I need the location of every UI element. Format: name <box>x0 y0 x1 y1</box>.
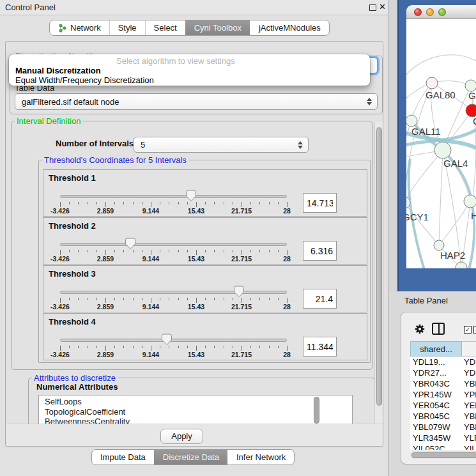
stepper-down-icon[interactable] <box>298 146 303 149</box>
tab-cyni-toolbox[interactable]: Cyni Toolbox <box>185 20 250 35</box>
major-tick <box>105 202 106 207</box>
table-row[interactable]: YIL052CYIL0 <box>410 443 476 450</box>
algorithm-option[interactable]: Manual Discretization <box>10 66 369 75</box>
threshold-value-field[interactable] <box>303 193 337 213</box>
slider-thumb-glyph <box>125 238 136 250</box>
network-window-titlebar[interactable] <box>406 5 476 19</box>
split-view-icon[interactable] <box>432 323 445 335</box>
table-row[interactable]: YER054CYER0 <box>410 400 476 411</box>
slider-track[interactable] <box>60 195 287 198</box>
threshold-value-field[interactable] <box>303 241 337 261</box>
close-icon[interactable]: ✕ <box>379 2 386 12</box>
network-node-label: GAL11 <box>411 126 441 137</box>
minimize-traffic-light[interactable] <box>426 8 434 16</box>
column-header-shared[interactable]: shared... <box>410 341 462 357</box>
float-window-icon[interactable] <box>369 4 376 11</box>
stepper-up-icon[interactable] <box>367 98 372 101</box>
minor-tick <box>233 202 233 204</box>
slider-track[interactable] <box>60 291 287 294</box>
tab-impute-data[interactable]: Impute Data <box>92 450 154 464</box>
tab-label: Network <box>70 23 101 33</box>
panel-scrollbar-thumb[interactable] <box>376 127 382 406</box>
listbox-scrollbar[interactable] <box>314 397 319 424</box>
stepper-up-icon[interactable] <box>298 141 303 144</box>
network-node-c[interactable] <box>466 104 476 117</box>
tab-style[interactable]: Style <box>109 20 145 35</box>
table-row[interactable]: YBR045CYBR0 <box>410 411 476 422</box>
cell-shared-name: YDR27... <box>410 367 462 378</box>
threshold-panel: Threshold 3-3.4262.8599.14415.4321.71528 <box>43 265 367 312</box>
table-row[interactable]: YBR043CYBR0 <box>410 378 476 389</box>
network-canvas[interactable]: GAL80GACGAL11GAL4GCY1HHAP2 <box>406 19 476 268</box>
tick-label: 28 <box>272 207 302 215</box>
table-hscrollbar[interactable] <box>410 451 476 459</box>
slider-thumb[interactable] <box>161 334 173 348</box>
minor-tick <box>69 250 70 252</box>
network-node-gal4[interactable] <box>434 142 451 158</box>
slider-thumb[interactable] <box>185 190 197 204</box>
major-tick <box>105 346 106 351</box>
stepper-down-icon[interactable] <box>367 102 372 105</box>
gear-icon[interactable] <box>414 323 426 335</box>
slider-track[interactable] <box>60 243 287 246</box>
apply-button[interactable]: Apply <box>160 429 203 444</box>
minor-tick <box>114 298 115 300</box>
network-node-gal11[interactable] <box>406 115 417 127</box>
tab-label: Cyni Toolbox <box>194 23 242 33</box>
table-hscrollbar-thumb[interactable] <box>411 452 476 458</box>
checkbox-icon[interactable]: ✓ <box>464 326 472 334</box>
major-tick <box>196 298 197 303</box>
attribute-item[interactable]: TopologicalCoefficient <box>39 407 352 417</box>
zoom-traffic-light[interactable] <box>438 8 446 16</box>
major-tick <box>151 298 151 303</box>
algorithm-option[interactable]: Equal Width/Frequency Discretization <box>10 75 369 85</box>
interval-definition-title: Interval Definition <box>15 116 82 126</box>
tab-jactivemnodules[interactable]: jActiveMNodules <box>250 20 329 35</box>
threshold-value-field[interactable] <box>303 337 337 357</box>
tab-infer-network[interactable]: Infer Network <box>227 450 294 464</box>
minor-tick <box>205 298 206 300</box>
cell-shared-name: YLR345W <box>410 433 462 443</box>
minor-tick <box>96 298 97 300</box>
number-of-intervals-combobox[interactable]: 5 <box>134 137 309 153</box>
tab-network[interactable]: Network <box>50 20 109 35</box>
tab-discretize-data[interactable]: Discretize Data <box>154 450 227 464</box>
table-row[interactable]: YPR145WYPR1 <box>410 389 476 400</box>
cell-name: YBR0 <box>462 411 476 422</box>
tick-label: -3.426 <box>45 303 75 311</box>
tick-label: 21.715 <box>226 255 257 263</box>
cell-name: YDL1 <box>462 357 476 367</box>
table-row[interactable]: YDL19...YDL1 <box>410 357 476 367</box>
network-node-hap2[interactable] <box>434 240 444 250</box>
minor-tick <box>123 298 124 300</box>
panel-scrollbar[interactable] <box>374 122 383 424</box>
slider-thumb[interactable] <box>125 238 136 252</box>
table-row[interactable]: YBL079WYBL0 <box>410 422 476 433</box>
network-node-h[interactable] <box>464 195 476 208</box>
table-card: ✓ ✓ shared... na YDL19...YDL1YDR27...YDR… <box>401 312 476 464</box>
tab-select[interactable]: Select <box>145 20 185 35</box>
table-row[interactable]: YDR27...YDR2 <box>410 367 476 378</box>
tick-label: 15.43 <box>181 351 211 358</box>
network-node[interactable] <box>456 262 467 268</box>
slider-thumb-glyph <box>161 334 173 346</box>
attributes-group-title: Attributes to discretize <box>32 373 118 383</box>
slider-thumb[interactable] <box>233 286 245 300</box>
network-node-label: HAP2 <box>440 250 465 261</box>
table-data-combobox[interactable]: galFiltered.sif default node <box>15 93 378 110</box>
tick-label: 28 <box>272 255 302 263</box>
threshold-value-field[interactable] <box>303 289 337 309</box>
numerical-attributes-listbox[interactable]: SelfLoopsTopologicalCoefficientBetweenne… <box>38 395 353 425</box>
slider-track[interactable] <box>60 339 287 342</box>
column-header-name[interactable]: na <box>462 341 476 357</box>
minor-tick <box>114 346 115 348</box>
network-node-gal80[interactable] <box>426 77 438 89</box>
checkbox-icon[interactable]: ✓ <box>473 326 476 334</box>
minor-tick <box>78 298 79 300</box>
combo-stepper <box>367 98 372 105</box>
major-tick <box>196 250 197 255</box>
attribute-item[interactable]: SelfLoops <box>39 397 352 407</box>
close-traffic-light[interactable] <box>414 8 422 16</box>
table-row[interactable]: YLR345WYLR3 <box>410 433 476 443</box>
major-tick <box>60 346 61 351</box>
